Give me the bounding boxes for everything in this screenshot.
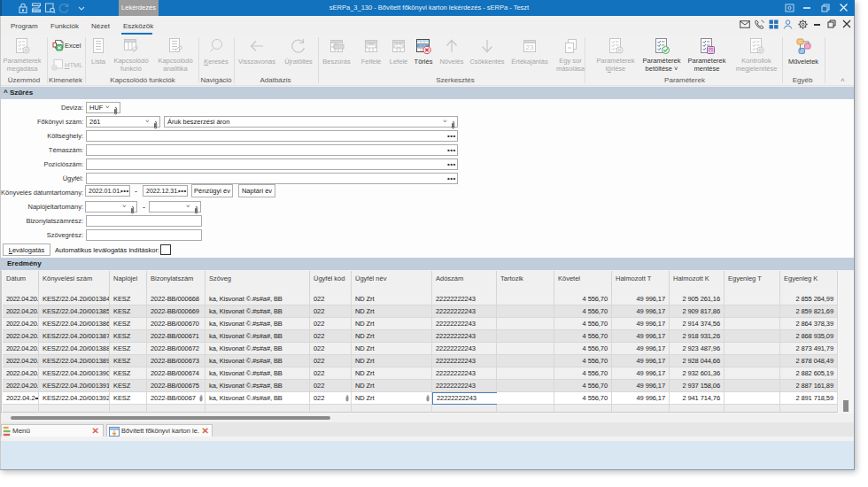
svg-text:23: 23 xyxy=(526,43,534,51)
